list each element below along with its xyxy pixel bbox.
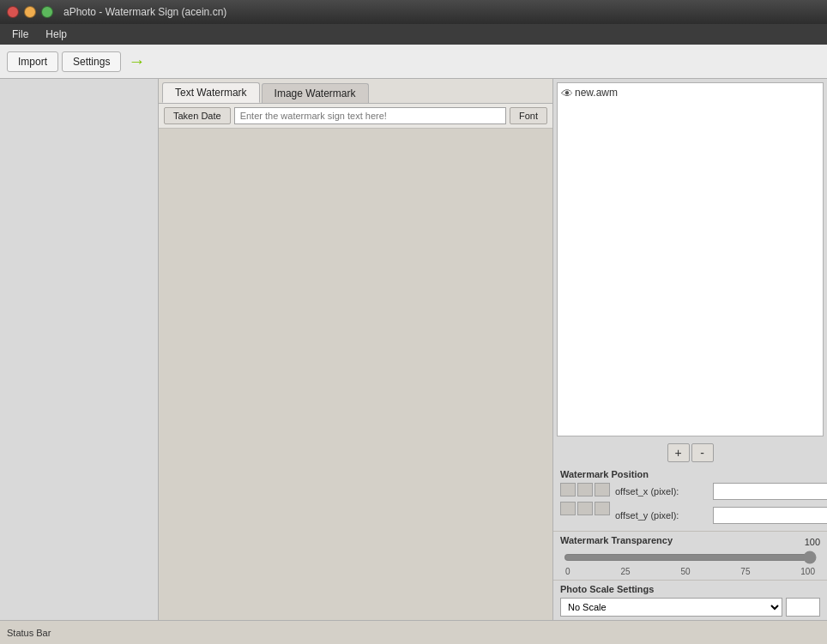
preview-filename: new.awm bbox=[575, 87, 618, 99]
status-bar: Status Bar bbox=[0, 620, 827, 644]
main-layout: Text Watermark Image Watermark Taken Dat… bbox=[0, 79, 827, 620]
transparency-section: Watermark Transparency 100 0 25 50 75 10… bbox=[553, 531, 827, 580]
pos-top-right[interactable] bbox=[595, 483, 610, 497]
slider-ticks: 0 25 50 75 100 bbox=[564, 567, 817, 576]
zoom-in-button[interactable]: + bbox=[667, 443, 690, 462]
position-controls: offset_x (pixel): offset_y (pixel): bbox=[560, 483, 820, 527]
tick-100: 100 bbox=[800, 567, 815, 576]
transparency-section-label: Watermark Transparency bbox=[560, 535, 673, 545]
pos-bottom-center[interactable] bbox=[577, 502, 593, 515]
minimize-button[interactable] bbox=[24, 6, 36, 18]
window-title: aPhoto - Watermark Sign (acein.cn) bbox=[63, 6, 226, 18]
eye-icon: 👁 bbox=[561, 87, 573, 100]
right-panel: 👁 new.awm + - Watermark Position bbox=[552, 79, 827, 620]
import-button[interactable]: Import bbox=[7, 51, 58, 72]
center-panel: Text Watermark Image Watermark Taken Dat… bbox=[159, 79, 552, 620]
menu-help[interactable]: Help bbox=[37, 27, 75, 42]
font-button[interactable]: Font bbox=[510, 107, 547, 124]
zoom-row: + - bbox=[553, 440, 827, 466]
scale-select[interactable]: No Scale Scale to Fit Scale to Fill bbox=[560, 598, 782, 617]
title-bar: aPhoto - Watermark Sign (acein.cn) bbox=[0, 0, 827, 24]
tick-25: 25 bbox=[620, 567, 630, 576]
tick-50: 50 bbox=[680, 567, 690, 576]
transparency-header: Watermark Transparency 100 bbox=[560, 535, 820, 549]
offset-y-label: offset_y (pixel): bbox=[615, 510, 709, 521]
offset-y-input[interactable] bbox=[713, 507, 827, 524]
tab-text-watermark[interactable]: Text Watermark bbox=[162, 82, 260, 103]
content-area bbox=[159, 129, 552, 620]
scale-section-label: Photo Scale Settings bbox=[560, 584, 820, 594]
position-grid-bottom bbox=[560, 502, 610, 515]
go-arrow-icon[interactable]: → bbox=[128, 51, 145, 71]
zoom-out-button[interactable]: - bbox=[691, 443, 714, 462]
close-button[interactable] bbox=[7, 6, 19, 18]
tab-image-watermark[interactable]: Image Watermark bbox=[262, 83, 369, 103]
offset-x-row: offset_x (pixel): bbox=[615, 483, 827, 500]
transparency-slider[interactable] bbox=[564, 551, 817, 564]
pos-top-left[interactable] bbox=[560, 483, 576, 497]
pos-bottom-left[interactable] bbox=[560, 502, 576, 515]
preview-area: 👁 new.awm bbox=[557, 82, 824, 436]
menu-file[interactable]: File bbox=[3, 27, 37, 42]
pos-top-center[interactable] bbox=[577, 483, 593, 497]
offset-x-input[interactable] bbox=[713, 483, 827, 500]
tick-0: 0 bbox=[565, 567, 570, 576]
scale-value-input[interactable]: 100 bbox=[786, 598, 820, 617]
maximize-button[interactable] bbox=[41, 6, 53, 18]
options-row: Taken Date Font bbox=[159, 104, 552, 129]
position-section: Watermark Position of bbox=[553, 466, 827, 531]
sidebar bbox=[0, 79, 159, 620]
position-grid-top bbox=[560, 483, 610, 497]
toolbar: Import Settings → bbox=[0, 45, 827, 79]
menu-bar: File Help bbox=[0, 24, 827, 45]
taken-date-button[interactable]: Taken Date bbox=[164, 107, 231, 124]
settings-button[interactable]: Settings bbox=[62, 51, 121, 72]
transparency-value: 100 bbox=[805, 537, 820, 547]
pos-bottom-right[interactable] bbox=[595, 502, 610, 515]
status-text: Status Bar bbox=[7, 628, 51, 638]
scale-section: Photo Scale Settings No Scale Scale to F… bbox=[553, 580, 827, 620]
transparency-slider-container: 0 25 50 75 100 bbox=[560, 551, 820, 576]
tick-75: 75 bbox=[740, 567, 750, 576]
watermark-text-input[interactable] bbox=[234, 107, 506, 124]
tab-row: Text Watermark Image Watermark bbox=[159, 79, 552, 104]
position-section-label: Watermark Position bbox=[560, 469, 820, 479]
scale-row: No Scale Scale to Fit Scale to Fill 100 bbox=[560, 598, 820, 617]
offset-y-row: offset_y (pixel): bbox=[615, 507, 827, 524]
offset-x-label: offset_x (pixel): bbox=[615, 486, 709, 497]
